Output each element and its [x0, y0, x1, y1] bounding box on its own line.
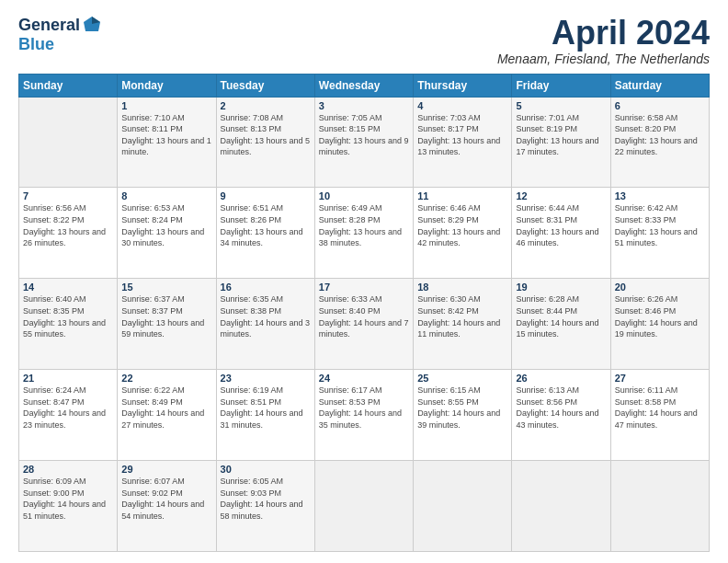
- calendar-week-row: 14Sunrise: 6:40 AMSunset: 8:35 PMDayligh…: [19, 279, 710, 370]
- day-info: Sunrise: 6:35 AMSunset: 8:38 PMDaylight:…: [221, 293, 311, 339]
- day-info: Sunrise: 6:56 AMSunset: 8:22 PMDaylight:…: [23, 202, 113, 248]
- day-number: 27: [615, 373, 705, 384]
- day-number: 9: [221, 190, 311, 201]
- col-saturday: Saturday: [610, 74, 709, 97]
- logo-icon: [82, 15, 102, 35]
- day-info: Sunrise: 6:53 AMSunset: 8:24 PMDaylight:…: [121, 202, 211, 248]
- table-row: 2Sunrise: 7:08 AMSunset: 8:13 PMDaylight…: [216, 97, 314, 188]
- calendar-week-row: 1Sunrise: 7:10 AMSunset: 8:11 PMDaylight…: [19, 97, 710, 188]
- table-row: 1Sunrise: 7:10 AMSunset: 8:11 PMDaylight…: [118, 97, 216, 188]
- day-info: Sunrise: 6:46 AMSunset: 8:29 PMDaylight:…: [417, 202, 507, 248]
- day-number: 17: [319, 282, 409, 293]
- logo: General Blue: [18, 15, 102, 54]
- day-number: 19: [516, 282, 606, 293]
- day-info: Sunrise: 6:33 AMSunset: 8:40 PMDaylight:…: [319, 293, 409, 339]
- page: General Blue April 2024 Menaam, Frieslan…: [0, 0, 728, 563]
- day-number: 23: [221, 373, 311, 384]
- day-info: Sunrise: 7:03 AMSunset: 8:17 PMDaylight:…: [417, 112, 507, 158]
- table-row: 15Sunrise: 6:37 AMSunset: 8:37 PMDayligh…: [118, 279, 216, 370]
- day-number: 25: [417, 373, 507, 384]
- table-row: 12Sunrise: 6:44 AMSunset: 8:31 PMDayligh…: [512, 188, 610, 279]
- day-number: 12: [516, 190, 606, 201]
- day-number: 29: [121, 464, 211, 475]
- day-info: Sunrise: 6:44 AMSunset: 8:31 PMDaylight:…: [516, 202, 606, 248]
- table-row: 13Sunrise: 6:42 AMSunset: 8:33 PMDayligh…: [610, 188, 709, 279]
- calendar-header-row: Sunday Monday Tuesday Wednesday Thursday…: [19, 74, 710, 97]
- day-number: 24: [319, 373, 409, 384]
- day-info: Sunrise: 7:01 AMSunset: 8:19 PMDaylight:…: [516, 112, 606, 158]
- table-row: 26Sunrise: 6:13 AMSunset: 8:56 PMDayligh…: [512, 370, 610, 461]
- day-info: Sunrise: 6:15 AMSunset: 8:55 PMDaylight:…: [417, 385, 507, 431]
- day-number: 8: [121, 190, 211, 201]
- table-row: 17Sunrise: 6:33 AMSunset: 8:40 PMDayligh…: [314, 279, 413, 370]
- col-wednesday: Wednesday: [314, 74, 413, 97]
- table-row: 30Sunrise: 6:05 AMSunset: 9:03 PMDayligh…: [216, 461, 314, 552]
- day-number: 28: [23, 464, 113, 475]
- day-info: Sunrise: 6:37 AMSunset: 8:37 PMDaylight:…: [121, 293, 211, 339]
- day-info: Sunrise: 6:22 AMSunset: 8:49 PMDaylight:…: [121, 385, 211, 431]
- table-row: 24Sunrise: 6:17 AMSunset: 8:53 PMDayligh…: [314, 370, 413, 461]
- day-info: Sunrise: 6:11 AMSunset: 8:58 PMDaylight:…: [615, 385, 705, 431]
- table-row: 8Sunrise: 6:53 AMSunset: 8:24 PMDaylight…: [118, 188, 216, 279]
- day-number: 3: [319, 100, 409, 111]
- day-number: 18: [417, 282, 507, 293]
- table-row: 27Sunrise: 6:11 AMSunset: 8:58 PMDayligh…: [610, 370, 709, 461]
- day-info: Sunrise: 7:10 AMSunset: 8:11 PMDaylight:…: [121, 112, 211, 158]
- table-row: 9Sunrise: 6:51 AMSunset: 8:26 PMDaylight…: [216, 188, 314, 279]
- table-row: [512, 461, 610, 552]
- logo-general-text: General: [18, 16, 80, 35]
- day-number: 20: [615, 282, 705, 293]
- table-row: 3Sunrise: 7:05 AMSunset: 8:15 PMDaylight…: [314, 97, 413, 188]
- table-row: [610, 461, 709, 552]
- day-info: Sunrise: 6:07 AMSunset: 9:02 PMDaylight:…: [121, 476, 211, 522]
- day-number: 22: [121, 373, 211, 384]
- col-monday: Monday: [118, 74, 216, 97]
- day-number: 6: [615, 100, 705, 111]
- table-row: 22Sunrise: 6:22 AMSunset: 8:49 PMDayligh…: [118, 370, 216, 461]
- day-number: 30: [221, 464, 311, 475]
- table-row: 23Sunrise: 6:19 AMSunset: 8:51 PMDayligh…: [216, 370, 314, 461]
- day-info: Sunrise: 6:51 AMSunset: 8:26 PMDaylight:…: [221, 202, 311, 248]
- col-friday: Friday: [512, 74, 610, 97]
- table-row: [19, 97, 118, 188]
- day-number: 16: [221, 282, 311, 293]
- day-info: Sunrise: 6:58 AMSunset: 8:20 PMDaylight:…: [615, 112, 705, 158]
- table-row: [314, 461, 413, 552]
- day-info: Sunrise: 6:09 AMSunset: 9:00 PMDaylight:…: [23, 476, 113, 522]
- day-info: Sunrise: 6:49 AMSunset: 8:28 PMDaylight:…: [319, 202, 409, 248]
- table-row: 16Sunrise: 6:35 AMSunset: 8:38 PMDayligh…: [216, 279, 314, 370]
- day-number: 5: [516, 100, 606, 111]
- table-row: 6Sunrise: 6:58 AMSunset: 8:20 PMDaylight…: [610, 97, 709, 188]
- day-number: 15: [121, 282, 211, 293]
- table-row: 11Sunrise: 6:46 AMSunset: 8:29 PMDayligh…: [414, 188, 512, 279]
- day-number: 2: [221, 100, 311, 111]
- table-row: 21Sunrise: 6:24 AMSunset: 8:47 PMDayligh…: [19, 370, 118, 461]
- day-info: Sunrise: 6:05 AMSunset: 9:03 PMDaylight:…: [221, 476, 311, 522]
- day-info: Sunrise: 6:17 AMSunset: 8:53 PMDaylight:…: [319, 385, 409, 431]
- title-section: April 2024 Menaam, Friesland, The Nether…: [497, 15, 710, 66]
- table-row: [414, 461, 512, 552]
- table-row: 28Sunrise: 6:09 AMSunset: 9:00 PMDayligh…: [19, 461, 118, 552]
- day-number: 7: [23, 190, 113, 201]
- day-number: 11: [417, 190, 507, 201]
- table-row: 4Sunrise: 7:03 AMSunset: 8:17 PMDaylight…: [414, 97, 512, 188]
- day-info: Sunrise: 6:40 AMSunset: 8:35 PMDaylight:…: [23, 293, 113, 339]
- day-number: 14: [23, 282, 113, 293]
- day-info: Sunrise: 6:13 AMSunset: 8:56 PMDaylight:…: [516, 385, 606, 431]
- day-number: 1: [121, 100, 211, 111]
- day-number: 21: [23, 373, 113, 384]
- calendar-table: Sunday Monday Tuesday Wednesday Thursday…: [18, 74, 710, 552]
- logo-blue-text: Blue: [18, 35, 54, 54]
- col-thursday: Thursday: [414, 74, 512, 97]
- table-row: 18Sunrise: 6:30 AMSunset: 8:42 PMDayligh…: [414, 279, 512, 370]
- day-number: 13: [615, 190, 705, 201]
- day-info: Sunrise: 6:30 AMSunset: 8:42 PMDaylight:…: [417, 293, 507, 339]
- table-row: 20Sunrise: 6:26 AMSunset: 8:46 PMDayligh…: [610, 279, 709, 370]
- table-row: 7Sunrise: 6:56 AMSunset: 8:22 PMDaylight…: [19, 188, 118, 279]
- calendar-week-row: 7Sunrise: 6:56 AMSunset: 8:22 PMDaylight…: [19, 188, 710, 279]
- day-number: 4: [417, 100, 507, 111]
- calendar-week-row: 28Sunrise: 6:09 AMSunset: 9:00 PMDayligh…: [19, 461, 710, 552]
- day-number: 10: [319, 190, 409, 201]
- day-info: Sunrise: 6:28 AMSunset: 8:44 PMDaylight:…: [516, 293, 606, 339]
- day-number: 26: [516, 373, 606, 384]
